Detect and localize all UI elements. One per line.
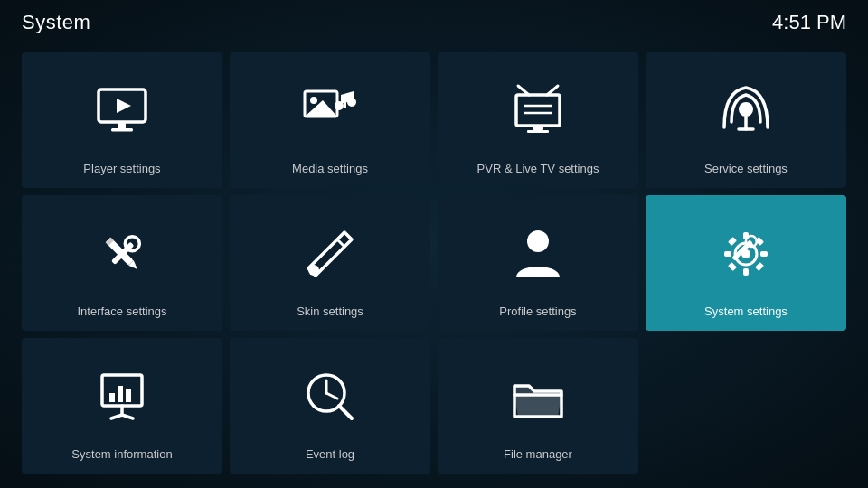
file-manager-icon xyxy=(509,368,567,426)
system-information-label: System information xyxy=(71,447,172,463)
grid-item-profile-settings[interactable]: Profile settings xyxy=(438,195,638,331)
svg-line-44 xyxy=(111,415,122,418)
svg-rect-40 xyxy=(109,393,115,402)
svg-line-48 xyxy=(326,393,337,399)
service-icon xyxy=(717,82,775,140)
svg-point-7 xyxy=(335,101,344,110)
svg-rect-3 xyxy=(111,128,133,132)
grid-item-skin-settings[interactable]: Skin settings xyxy=(230,195,430,331)
pvr-icon xyxy=(509,82,567,140)
profile-settings-icon-area xyxy=(509,210,567,297)
skin-settings-icon-area xyxy=(301,210,359,297)
system-settings-icon xyxy=(717,225,775,283)
profile-icon xyxy=(509,225,567,283)
svg-rect-36 xyxy=(755,262,764,271)
grid-item-media-settings[interactable]: Media settings xyxy=(230,52,430,188)
svg-rect-15 xyxy=(533,126,543,130)
grid-empty-slot xyxy=(646,338,846,474)
pvr-settings-icon-area xyxy=(509,67,567,155)
svg-rect-42 xyxy=(126,389,131,402)
event-log-icon xyxy=(301,368,359,426)
player-settings-icon-area xyxy=(93,67,151,155)
player-settings-label: Player settings xyxy=(83,162,160,177)
system-information-icon xyxy=(93,368,151,426)
svg-rect-9 xyxy=(344,95,346,108)
svg-rect-32 xyxy=(760,251,768,257)
svg-point-17 xyxy=(739,102,753,117)
media-settings-label: Media settings xyxy=(292,162,368,177)
clock: 4:51 PM xyxy=(772,11,846,34)
app-container: System 4:51 PM Player settings xyxy=(0,0,868,488)
grid-item-file-manager[interactable]: File manager xyxy=(438,338,638,474)
skin-settings-label: Skin settings xyxy=(297,305,363,320)
skin-icon xyxy=(301,225,359,283)
grid-item-event-log[interactable]: Event log xyxy=(230,338,430,474)
grid-item-player-settings[interactable]: Player settings xyxy=(22,52,222,188)
header: System 4:51 PM xyxy=(0,0,868,45)
media-icon xyxy=(301,82,359,140)
profile-settings-label: Profile settings xyxy=(499,305,576,320)
service-settings-label: Service settings xyxy=(704,162,788,177)
pvr-settings-label: PVR & Live TV settings xyxy=(477,162,599,177)
svg-rect-16 xyxy=(527,130,549,133)
svg-line-45 xyxy=(122,415,133,418)
system-settings-icon-area xyxy=(717,210,775,297)
svg-rect-10 xyxy=(516,95,560,126)
grid-item-system-settings[interactable]: System settings xyxy=(646,195,846,331)
svg-rect-33 xyxy=(728,237,737,246)
svg-point-27 xyxy=(527,230,549,252)
grid-item-system-information[interactable]: System information xyxy=(22,338,222,474)
svg-marker-6 xyxy=(305,100,337,117)
svg-marker-1 xyxy=(117,99,131,113)
media-settings-icon-area xyxy=(301,67,359,155)
svg-line-49 xyxy=(339,406,352,418)
system-settings-label: System settings xyxy=(704,305,788,320)
svg-rect-35 xyxy=(728,262,737,271)
svg-rect-30 xyxy=(743,268,749,276)
svg-rect-41 xyxy=(118,386,123,402)
service-settings-icon-area xyxy=(717,67,775,155)
grid-item-pvr-settings[interactable]: PVR & Live TV settings xyxy=(438,52,638,188)
system-information-icon-area xyxy=(93,352,151,440)
svg-point-26 xyxy=(308,265,319,276)
page-title: System xyxy=(22,11,90,34)
grid-item-service-settings[interactable]: Service settings xyxy=(646,52,846,188)
svg-point-8 xyxy=(347,98,356,107)
settings-grid: Player settings Media settings xyxy=(0,45,868,488)
interface-settings-label: Interface settings xyxy=(78,305,167,320)
svg-point-5 xyxy=(310,97,317,104)
player-icon xyxy=(93,82,151,140)
svg-rect-2 xyxy=(118,122,126,129)
svg-rect-31 xyxy=(724,251,731,257)
interface-settings-icon-area xyxy=(93,210,151,297)
event-log-label: Event log xyxy=(306,447,354,463)
event-log-icon-area xyxy=(301,352,359,440)
svg-line-25 xyxy=(337,239,344,247)
file-manager-icon-area xyxy=(509,352,567,440)
file-manager-label: File manager xyxy=(504,447,572,463)
interface-icon xyxy=(93,225,151,283)
grid-item-interface-settings[interactable]: Interface settings xyxy=(22,195,222,331)
